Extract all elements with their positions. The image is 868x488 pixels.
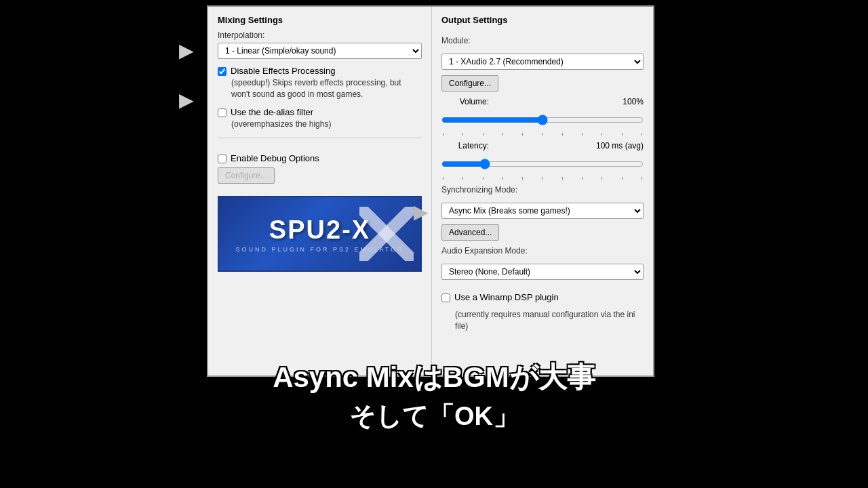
interpolation-label: Interpolation: [218,30,422,40]
sync-mode-label: Synchronizing Mode: [441,185,644,195]
enable-debug-row: Enable Debug Options [218,153,422,163]
disable-effects-checkbox[interactable] [218,67,226,76]
dealias-row: Use the de-alias filter [218,107,422,117]
right-panel: Output Settings Module: 1 - XAudio 2.7 (… [432,7,653,375]
spu2x-logo: SPU2-X SOUND PLUGIN FOR PS2 EMULATOR [218,196,422,272]
advanced-button[interactable]: Advanced... [441,224,499,241]
winamp-checkbox[interactable] [441,293,450,302]
advanced-btn-row: Advanced... [441,224,644,241]
latency-slider-container [441,157,644,171]
output-settings-title: Output Settings [441,15,644,25]
latency-value: 100 ms (avg) [589,141,644,150]
configure-debug-button[interactable]: Configure... [218,167,275,184]
latency-label-row: Latency: 100 ms (avg) [441,141,644,150]
audio-expansion-label: Audio Expansion Mode: [441,246,644,256]
enable-debug-checkbox[interactable] [218,155,226,163]
logo-subtitle-text: SOUND PLUGIN FOR PS2 EMULATOR [235,246,403,253]
volume-value: 100% [589,97,644,106]
audio-expansion-select[interactable]: Stereo (None, Default)QuadrafonicSurroun… [441,264,644,280]
sync-mode-select[interactable]: TimeStretch (Recommended)Async Mix (Brea… [441,203,644,219]
interpolation-select[interactable]: 0 - None (Fastest/bad sound)1 - Linear (… [218,43,422,59]
subtitle-line1: Async MixはBGMが大事 [0,359,868,396]
sync-arrow-icon: ▶ [414,202,427,222]
arrow-bottom-icon: ▶ [179,90,193,111]
configure-output-button[interactable]: Configure... [441,75,498,92]
latency-label: Latency: [441,141,489,150]
module-label: Module: [441,36,644,45]
volume-label-row: Volume: 100% [441,97,644,106]
subtitle-bar: Async MixはBGMが大事 そして「OK」 [0,359,868,434]
arrow-top-icon: ▶ [179,41,193,62]
disable-effects-label: Disable Effects Processing [231,66,335,76]
disable-effects-row: Disable Effects Processing [218,66,422,76]
volume-slider-container [441,113,644,127]
logo-main-text: SPU2-X [269,216,370,245]
volume-label: Volume: [441,97,489,106]
module-select[interactable]: 1 - XAudio 2.7 (Recommended)2 - DirectSo… [441,54,644,70]
settings-dialog: Mixing Settings Interpolation: 0 - None … [207,5,654,377]
latency-ticks [441,177,644,180]
left-panel: Mixing Settings Interpolation: 0 - None … [208,7,432,375]
latency-slider[interactable] [441,159,644,169]
mixing-settings-title: Mixing Settings [218,15,422,25]
enable-debug-label: Enable Debug Options [231,153,319,163]
arrows-container: ▶ ▶ [179,41,193,111]
configure-output-row: Configure... [441,75,644,92]
dealias-checkbox[interactable] [218,108,226,117]
winamp-label: Use a Winamp DSP plugin [454,292,559,302]
winamp-row: Use a Winamp DSP plugin [441,292,644,302]
dealias-hint: (overemphasizes the highs) [231,119,422,130]
dealias-label: Use the de-alias filter [231,107,313,117]
subtitle-line2: そして「OK」 [0,399,868,434]
sync-arrow-container: ▶ [414,202,427,223]
volume-slider[interactable] [441,115,644,125]
volume-ticks [441,133,644,136]
winamp-hint: (currently requires manual configuration… [455,309,644,332]
disable-effects-hint: (speedup!) Skips reverb effects processi… [231,77,422,100]
